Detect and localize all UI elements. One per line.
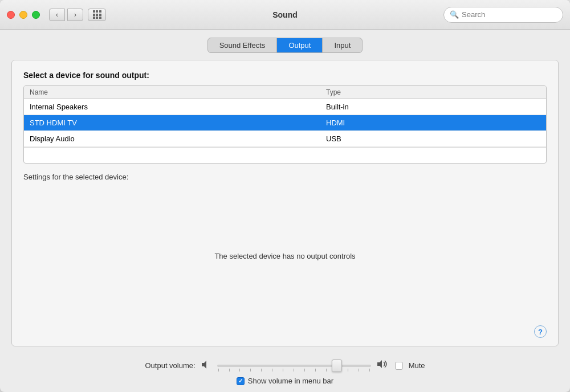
traffic-lights (7, 11, 40, 19)
svg-marker-1 (377, 360, 382, 368)
show-volume-label: Show volume in menu bar (248, 377, 333, 385)
main-window: ‹ › Sound 🔍 Sound Effects Output Input S… (0, 0, 570, 392)
table-row[interactable]: Display Audio USB (24, 131, 546, 147)
show-volume-checkbox[interactable] (237, 377, 245, 385)
forward-button[interactable]: › (67, 9, 83, 21)
volume-high-icon (377, 359, 389, 372)
volume-low-icon (201, 360, 211, 371)
mute-checkbox[interactable] (395, 362, 403, 370)
device-type-2: USB (326, 134, 540, 143)
table-row[interactable]: Internal Speakers Built-in (24, 99, 546, 115)
volume-row: Output volume: (145, 359, 425, 372)
device-table: Name Type Internal Speakers Built-in STD… (23, 85, 547, 164)
back-button[interactable]: ‹ (49, 9, 65, 21)
device-name-2: Display Audio (30, 134, 326, 143)
search-box[interactable]: 🔍 (443, 7, 563, 23)
grid-view-button[interactable] (88, 9, 106, 21)
device-type-0: Built-in (326, 103, 540, 111)
grid-icon (93, 10, 101, 19)
maximize-button[interactable] (32, 11, 40, 19)
window-title: Sound (272, 10, 298, 19)
search-icon: 🔍 (450, 10, 459, 19)
search-input[interactable] (462, 10, 557, 19)
table-spacer (24, 147, 546, 163)
volume-slider-thumb[interactable] (332, 360, 342, 372)
settings-label: Settings for the selected device: (23, 173, 547, 181)
col-type-header: Type (326, 88, 540, 96)
tab-output[interactable]: Output (277, 38, 323, 52)
no-controls-message: The selected device has no output contro… (23, 187, 547, 325)
tab-bar: Sound Effects Output Input (0, 30, 570, 60)
nav-buttons: ‹ › (49, 9, 83, 21)
table-header: Name Type (24, 86, 546, 99)
tab-input[interactable]: Input (323, 38, 362, 52)
show-volume-row: Show volume in menu bar (237, 377, 333, 385)
mute-label: Mute (409, 361, 425, 370)
content-area: Select a device for sound output: Name T… (11, 60, 559, 346)
table-row[interactable]: STD HDMI TV HDMI (24, 115, 546, 131)
output-volume-label: Output volume: (145, 361, 195, 370)
close-button[interactable] (7, 11, 15, 19)
tab-sound-effects[interactable]: Sound Effects (208, 38, 278, 52)
device-name-0: Internal Speakers (30, 103, 326, 111)
bottom-controls: Output volume: (0, 352, 570, 392)
minimize-button[interactable] (19, 11, 27, 19)
help-button[interactable]: ? (534, 325, 547, 338)
svg-marker-0 (202, 361, 206, 369)
volume-slider-track (217, 365, 371, 367)
tab-group: Sound Effects Output Input (207, 38, 363, 53)
device-type-1: HDMI (326, 119, 540, 127)
col-name-header: Name (30, 88, 326, 96)
section-title: Select a device for sound output: (23, 71, 547, 80)
titlebar: ‹ › Sound 🔍 (0, 0, 570, 30)
device-name-1: STD HDMI TV (30, 119, 326, 127)
slider-ticks (217, 369, 371, 371)
